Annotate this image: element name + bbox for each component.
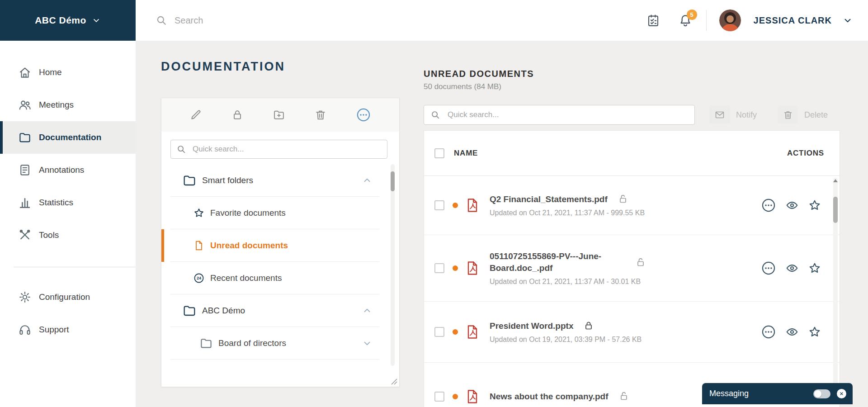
tree-item-abc-demo[interactable]: ABC Démo xyxy=(161,294,399,327)
row-checkbox[interactable] xyxy=(434,200,444,210)
tree-item-unread-documents[interactable]: Unread documents xyxy=(161,229,399,262)
sidebar-divider xyxy=(14,267,136,267)
row-checkbox[interactable] xyxy=(434,263,444,273)
toggle-knob xyxy=(814,390,821,398)
folder-icon xyxy=(182,173,197,188)
more-options-button[interactable] xyxy=(356,107,371,123)
home-icon xyxy=(18,66,32,79)
trash-icon xyxy=(314,109,327,121)
search-icon xyxy=(176,144,186,154)
pencil-icon xyxy=(189,109,202,121)
pdf-file-icon xyxy=(464,388,481,405)
avatar[interactable] xyxy=(719,9,741,31)
documents-panel-subtitle: 50 documents (84 MB) xyxy=(424,82,501,91)
preview-eye-icon[interactable] xyxy=(785,325,799,339)
clock-24-icon: 24 xyxy=(193,272,205,284)
tree-search-input[interactable] xyxy=(170,140,387,159)
more-actions-icon[interactable] xyxy=(761,260,776,276)
tree-item-recent-documents[interactable]: 24 Recent documents xyxy=(161,262,399,294)
delete-documents-button[interactable]: Delete xyxy=(778,106,828,124)
move-folder-button[interactable] xyxy=(273,109,285,121)
select-all-checkbox[interactable] xyxy=(434,148,444,158)
messaging-close-button[interactable] xyxy=(837,389,846,398)
chevron-up-icon[interactable] xyxy=(362,306,372,316)
preview-eye-icon[interactable] xyxy=(785,261,799,275)
sidebar-item-home[interactable]: Home xyxy=(0,56,136,89)
sidebar-item-configuration[interactable]: Configuration xyxy=(0,281,136,313)
agenda-button[interactable] xyxy=(646,14,660,27)
tree-item-favorite-documents[interactable]: Favorite documents xyxy=(161,197,399,229)
sidebar-item-label: Configuration xyxy=(39,292,90,302)
sidebar-item-label: Support xyxy=(39,325,69,335)
tree-item-smart-folders[interactable]: Smart folders xyxy=(161,164,399,197)
document-name[interactable]: Q2 Financial_Statements.pdf xyxy=(490,194,608,205)
search-icon xyxy=(156,14,167,26)
sidebar-item-label: Documentation xyxy=(39,133,101,142)
messaging-toggle[interactable] xyxy=(813,389,830,398)
documents-search xyxy=(424,105,695,125)
tree-scrollbar-thumb[interactable] xyxy=(391,171,395,191)
unread-dot xyxy=(453,394,458,399)
unlock-icon xyxy=(635,257,646,268)
user-name[interactable]: JESSICA CLARK xyxy=(754,15,832,26)
favorite-star-icon[interactable] xyxy=(808,325,821,339)
unread-dot xyxy=(453,265,458,271)
chevron-up-icon[interactable] xyxy=(362,175,372,185)
notifications-button[interactable]: 5 xyxy=(678,13,693,28)
resize-handle[interactable] xyxy=(390,377,398,385)
topbar-divider xyxy=(706,10,707,31)
chevron-down-icon[interactable] xyxy=(843,15,853,25)
table-row[interactable]: Q2 Financial_Statements.pdf Updated on O… xyxy=(424,176,840,235)
folder-icon xyxy=(199,336,213,350)
chevron-down-icon[interactable] xyxy=(362,338,372,348)
lock-button[interactable] xyxy=(231,109,244,121)
document-name[interactable]: News about the company.pdf xyxy=(490,391,609,402)
sidebar-item-label: Home xyxy=(39,67,62,77)
edit-button[interactable] xyxy=(189,109,202,121)
sidebar-item-label: Statistics xyxy=(39,198,73,208)
more-actions-icon[interactable] xyxy=(761,198,776,213)
global-search-input[interactable] xyxy=(175,15,392,26)
notify-button[interactable]: Notify xyxy=(709,106,757,124)
table-row[interactable]: President Word.pptx Updated on Oct 19, 2… xyxy=(424,302,840,363)
tree-toolbar xyxy=(161,98,399,132)
row-checkbox[interactable] xyxy=(434,392,444,402)
folder-icon xyxy=(18,131,32,144)
sidebar-item-label: Meetings xyxy=(39,100,74,110)
document-name[interactable]: President Word.pptx xyxy=(490,320,573,332)
delete-folder-button[interactable] xyxy=(314,109,327,121)
tree-item-label: ABC Démo xyxy=(202,306,245,316)
sidebar-item-support[interactable]: Support xyxy=(0,313,136,346)
org-switcher[interactable]: ABC Démo xyxy=(0,0,136,41)
document-meta: Updated on Oct 21, 2021, 11:37 AM - 999.… xyxy=(490,209,761,217)
sidebar-item-tools[interactable]: Tools xyxy=(0,219,136,251)
table-header: NAME ACTIONS xyxy=(424,131,840,176)
lock-icon xyxy=(231,109,244,121)
scroll-up-arrow[interactable] xyxy=(833,179,838,182)
tools-icon xyxy=(18,228,32,242)
notify-button-label: Notify xyxy=(736,110,757,120)
document-name[interactable]: 05110725155869-PV---June-Board.doc_.pdf xyxy=(490,251,625,274)
documents-search-input[interactable] xyxy=(424,105,695,125)
table-row[interactable]: 05110725155869-PV---June-Board.doc_.pdf … xyxy=(424,235,840,302)
topbar: ABC Démo 5 JESSI xyxy=(0,0,868,41)
favorite-star-icon[interactable] xyxy=(808,199,821,212)
tree-item-board-of-directors[interactable]: Board of directors xyxy=(161,327,399,360)
folder-tree: Smart folders Favorite documents Unread … xyxy=(161,164,399,360)
documents-table: NAME ACTIONS Q2 Financial_Statements.pdf… xyxy=(424,130,840,407)
tree-item-label: Board of directors xyxy=(218,338,286,348)
sidebar-item-statistics[interactable]: Statistics xyxy=(0,186,136,219)
favorite-star-icon[interactable] xyxy=(808,261,821,275)
more-actions-icon[interactable] xyxy=(761,324,776,340)
sidebar-item-meetings[interactable]: Meetings xyxy=(0,89,136,121)
sidebar-item-documentation[interactable]: Documentation xyxy=(0,121,136,154)
unlock-icon xyxy=(618,391,629,402)
preview-eye-icon[interactable] xyxy=(785,199,799,212)
folder-tree-panel: Smart folders Favorite documents Unread … xyxy=(161,98,400,387)
ellipsis-circle-icon xyxy=(356,107,371,123)
table-scrollbar-thumb[interactable] xyxy=(833,197,838,223)
row-checkbox[interactable] xyxy=(434,327,444,337)
sidebar-item-annotations[interactable]: Annotations xyxy=(0,154,136,186)
messaging-widget[interactable]: Messaging xyxy=(702,383,853,404)
tree-item-label: Favorite documents xyxy=(210,208,286,218)
